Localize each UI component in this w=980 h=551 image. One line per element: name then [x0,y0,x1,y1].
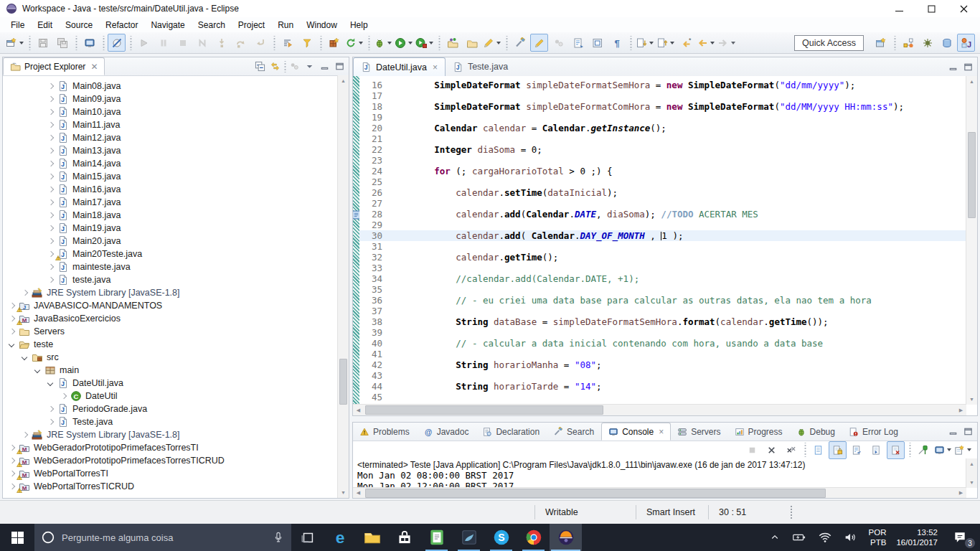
taskbar-app-edge[interactable]: e [324,524,356,551]
maximize-button[interactable] [332,59,347,74]
menu-help[interactable]: Help [344,19,374,32]
link-with-editor-button[interactable] [268,59,283,74]
tree-item[interactable]: JMain18.java [3,209,338,222]
collapse-chevron-icon[interactable] [33,365,44,376]
close-view-icon[interactable]: ✕ [90,62,98,71]
collapse-chevron-icon[interactable] [20,352,31,363]
previous-annotation-button[interactable] [656,34,675,52]
perspective-java-button[interactable]: J [957,34,975,52]
show-selected-element-button[interactable] [588,34,606,52]
run-button[interactable] [394,34,413,52]
console-tab-debug[interactable]: Debug [790,423,842,441]
tree-item[interactable]: JMain16.java [3,183,338,196]
code-editor[interactable]: 16 SimpleDateFormat simpleDateFormatSemH… [359,76,966,405]
tree-item[interactable]: JMain08.java [3,80,338,93]
tree-item[interactable]: MWebPortalTorresTICRUD [3,480,338,493]
perspective-javaee-button[interactable] [899,34,917,52]
new-java-class-button[interactable] [325,34,343,52]
open-console-button[interactable] [953,441,972,459]
annotation-ruler[interactable] [353,76,359,405]
debug-button[interactable] [373,34,392,52]
tree-item[interactable]: JMain20.java [3,235,338,248]
taskbar-app-graphics-app[interactable] [453,524,485,551]
menu-file[interactable]: File [4,19,31,32]
open-type-button[interactable] [443,34,461,52]
minimize-console-button[interactable] [946,424,961,439]
drop-to-frame-button[interactable] [278,34,296,52]
minimize-button[interactable] [883,0,915,17]
tree-item[interactable]: JMain17.java [3,196,338,209]
taskbar-app-windows-store[interactable] [388,524,420,551]
editor-tab-dateutil-java[interactable]: JDateUtil.java× [353,57,446,76]
console-horizontal-scrollbar[interactable]: ◀ ▶ [353,487,966,498]
tree-item[interactable]: MJavaBasicoExercicios [3,312,338,325]
expand-chevron-icon[interactable] [46,133,57,143]
dropdown-arrow-icon[interactable] [429,42,433,44]
battery-icon[interactable] [786,524,812,551]
dropdown-arrow-icon[interactable] [947,448,951,451]
display-selected-console-button[interactable] [933,441,952,459]
tree-item[interactable]: Servers [3,325,338,338]
next-annotation-button[interactable] [635,34,654,52]
show-on-stderr-button[interactable] [887,441,905,459]
back-button[interactable] [696,34,715,52]
wifi-icon[interactable] [812,524,838,551]
maximize-button[interactable] [915,0,948,17]
menu-refactor[interactable]: Refactor [99,19,144,32]
tree-item[interactable]: teste [3,338,338,351]
console-tab-error-log[interactable]: Error Log [842,423,905,441]
open-resource-button[interactable] [463,34,481,52]
console-tab-problems[interactable]: Problems [353,423,417,441]
console-output[interactable]: Mon Jan 02 08:00:00 BRST 2017Mon Jan 02 … [353,470,966,488]
action-center-icon[interactable]: 3 [943,524,977,551]
expand-chevron-icon[interactable] [46,171,57,182]
dropdown-arrow-icon[interactable] [387,42,392,44]
expand-chevron-icon[interactable] [46,210,57,221]
language-indicator[interactable]: PORPTB [864,524,892,551]
open-console-button[interactable] [80,34,98,52]
expand-chevron-icon[interactable] [46,275,57,286]
expand-chevron-icon[interactable] [46,404,57,415]
collapse-all-button[interactable] [253,59,268,74]
tree-item[interactable]: JRE System Library [JavaSE-1.8] [3,428,338,441]
tree-item[interactable]: JMain19.java [3,222,338,235]
tree-item[interactable]: JJAVABASICO-MANDAMENTOS [3,299,338,312]
tree-item[interactable]: JMain12.java [3,131,338,144]
volume-icon[interactable] [838,524,864,551]
dropdown-arrow-icon[interactable] [496,42,501,44]
editor-tab-teste-java[interactable]: JTeste.java [446,57,515,76]
menu-run[interactable]: Run [271,19,300,32]
taskbar-app-task-view[interactable] [291,524,324,551]
taskbar-app-text-editor-app[interactable] [420,524,453,551]
expand-chevron-icon[interactable] [59,391,70,402]
editor-horizontal-scrollbar[interactable]: ◀ ▶ [353,404,966,415]
toggle-mark-occurrences-button[interactable] [530,34,548,52]
tree-item[interactable]: JTeste.java [3,415,338,428]
tree-item[interactable]: Jmainteste.java [3,260,338,273]
last-edit-location-button[interactable]: * [677,34,694,52]
expand-chevron-icon[interactable] [46,81,57,92]
tree-item[interactable]: src [3,351,338,364]
tree-item[interactable]: MWebGeradorPrototipoPrimefacesTorresTICR… [3,454,338,467]
use-step-filters-button[interactable] [298,34,316,52]
dropdown-arrow-icon[interactable] [359,42,363,44]
scroll-lock-button[interactable] [829,441,847,459]
tray-expand-icon[interactable] [763,524,786,551]
maximize-editor-button[interactable] [961,60,976,75]
open-perspective-button[interactable] [872,34,890,52]
clock[interactable]: 13:5216/01/2017 [891,524,943,551]
expand-chevron-icon[interactable] [46,107,57,118]
expand-chevron-icon[interactable] [46,184,57,195]
menu-search[interactable]: Search [192,19,232,32]
menu-project[interactable]: Project [232,19,271,32]
tree-item[interactable]: MWebGeradorPrototipoPrimefacesTorresTI [3,441,338,454]
console-vertical-scrollbar[interactable]: ▲ ▼ [966,458,977,488]
menu-window[interactable]: Window [300,19,344,32]
vertical-sash[interactable] [349,57,352,499]
project-tree-scrollbar[interactable]: ▲ ▼ [337,75,349,498]
tree-item[interactable]: JMain10.java [3,105,338,118]
editor-vertical-scrollbar[interactable]: ▲ ▼ [966,76,977,405]
expand-chevron-icon[interactable] [7,326,18,337]
remove-launch-button[interactable] [763,441,781,459]
tree-item[interactable]: JMain11.java [3,118,338,131]
